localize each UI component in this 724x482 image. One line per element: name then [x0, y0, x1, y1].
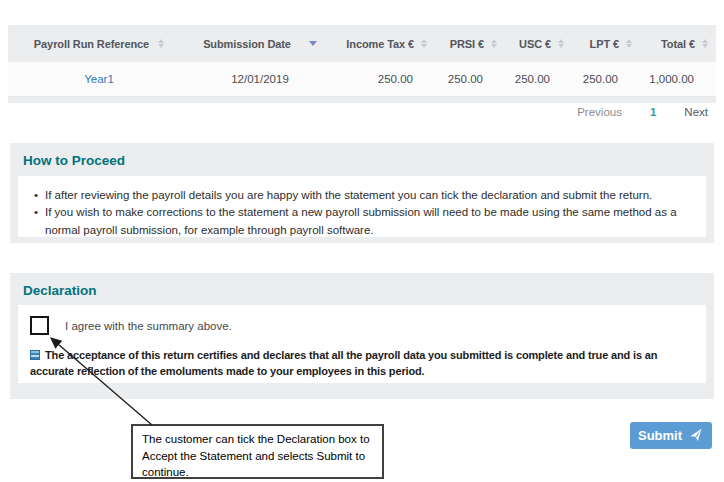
col-header-label: Total € [661, 38, 695, 50]
declaration-note-icon [30, 350, 40, 360]
submission-date-cell: 12/01/2019 [190, 62, 330, 96]
col-header-label: Payroll Run Reference [34, 38, 149, 50]
how-to-proceed-bullet: If after reviewing the payroll details y… [32, 187, 692, 204]
col-header-lpt[interactable]: LPT € [572, 25, 640, 62]
declaration-section: Declaration I agree with the summary abo… [10, 273, 714, 399]
payroll-run-link[interactable]: Year1 [84, 73, 114, 85]
col-header-label: LPT € [590, 38, 619, 50]
pagination-previous[interactable]: Previous [577, 106, 622, 118]
col-header-usc[interactable]: USC € [505, 25, 572, 62]
col-header-income-tax[interactable]: Income Tax € [330, 25, 435, 62]
how-to-proceed-content: If after reviewing the payroll details y… [18, 176, 706, 237]
col-header-total[interactable]: Total € [640, 25, 716, 62]
sort-desc-icon [309, 41, 317, 46]
sort-icon [626, 39, 632, 48]
submit-button[interactable]: Submit [630, 422, 712, 449]
col-header-label: Income Tax € [346, 38, 414, 50]
declaration-checkbox[interactable] [30, 316, 49, 335]
table-header-row: Payroll Run Reference Submission Date In… [8, 25, 716, 62]
how-to-proceed-section: How to Proceed If after reviewing the pa… [10, 143, 714, 243]
total-cell: 1,000.00 [640, 62, 716, 96]
declaration-checkbox-label: I agree with the summary above. [65, 320, 232, 332]
usc-cell: 250.00 [505, 62, 572, 96]
pagination: Previous 1 Next [577, 106, 708, 118]
sort-icon [558, 39, 564, 48]
col-header-label: USC € [519, 38, 551, 50]
payroll-run-reference-cell: Year1 [8, 62, 190, 96]
how-to-proceed-list: If after reviewing the payroll details y… [32, 187, 692, 239]
table-row: Year1 12/01/2019 250.00 250.00 250.00 25… [8, 62, 716, 97]
annotation-callout: The customer can tick the Declaration bo… [131, 424, 384, 479]
col-header-submission-date[interactable]: Submission Date [190, 25, 330, 62]
sort-icon [702, 39, 708, 48]
col-header-label: Submission Date [203, 38, 291, 50]
declaration-title: Declaration [10, 273, 714, 298]
agree-row: I agree with the summary above. [30, 316, 692, 335]
pagination-next[interactable]: Next [684, 106, 708, 118]
paper-plane-icon [688, 427, 706, 445]
declaration-content: I agree with the summary above. The acce… [18, 305, 706, 383]
col-header-payroll-run-reference[interactable]: Payroll Run Reference [8, 25, 190, 62]
table-footer-strip [8, 97, 716, 103]
col-header-prsi[interactable]: PRSI € [435, 25, 505, 62]
how-to-proceed-title: How to Proceed [10, 143, 714, 168]
col-header-label: PRSI € [450, 38, 484, 50]
income-tax-cell: 250.00 [330, 62, 435, 96]
how-to-proceed-bullet: If you wish to make corrections to the s… [32, 204, 692, 239]
declaration-statement-row: The acceptance of this return certifies … [30, 348, 692, 380]
payroll-statement-table: Payroll Run Reference Submission Date In… [8, 25, 716, 103]
declaration-statement: The acceptance of this return certifies … [30, 349, 657, 377]
lpt-cell: 250.00 [572, 62, 640, 96]
sort-icon [491, 39, 497, 48]
submit-label: Submit [638, 428, 682, 443]
annotation-text: The customer can tick the Declaration bo… [142, 433, 370, 478]
pagination-page-1[interactable]: 1 [650, 106, 656, 118]
prsi-cell: 250.00 [435, 62, 505, 96]
sort-icon [158, 39, 164, 48]
sort-icon [421, 39, 427, 48]
